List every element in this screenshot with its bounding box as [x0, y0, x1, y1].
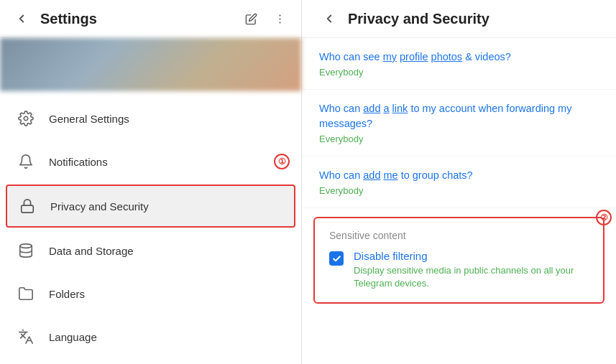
privacy-value-photos: Everybody [319, 67, 599, 78]
privacy-value-link: Everybody [319, 134, 599, 144]
sensitive-badge: ② [596, 210, 612, 225]
left-header: Settings [0, 0, 301, 38]
svg-point-1 [279, 18, 280, 19]
privacy-question-photos: Who can see my profile photos & videos? [319, 50, 599, 64]
sidebar-item-privacy[interactable]: Privacy and Security [6, 185, 295, 228]
right-panel: Privacy and Security Who can see my prof… [302, 0, 616, 364]
privacy-value-groups: Everybody [319, 185, 599, 196]
svg-rect-4 [22, 205, 34, 213]
sidebar-item-language[interactable]: Language [0, 315, 301, 358]
sensitive-text: Disable filtering Display sensitive medi… [354, 250, 589, 290]
more-icon[interactable] [270, 9, 290, 29]
lock-icon [16, 195, 39, 218]
sidebar-item-folders[interactable]: Folders [0, 272, 301, 315]
privacy-item-link[interactable]: Who can add a link to my account when fo… [302, 90, 616, 157]
sidebar-item-general[interactable]: General Settings [0, 97, 301, 140]
notifications-badge: ① [274, 154, 290, 169]
sidebar-item-notifications[interactable]: Notifications ① [0, 140, 301, 183]
right-content: Who can see my profile photos & videos? … [302, 38, 616, 364]
right-back-button[interactable] [319, 9, 339, 29]
notifications-label: Notifications [49, 156, 287, 168]
svg-point-3 [24, 116, 28, 121]
translate-icon [14, 325, 37, 348]
header-left: Settings [12, 9, 97, 29]
settings-title: Settings [40, 11, 97, 27]
sensitive-title: Sensitive content [329, 230, 589, 241]
right-header: Privacy and Security [302, 0, 616, 38]
general-settings-label: General Settings [49, 113, 287, 125]
privacy-item-photos[interactable]: Who can see my profile photos & videos? … [302, 38, 616, 90]
privacy-question-groups: Who can add me to group chats? [319, 168, 599, 182]
language-label: Language [49, 331, 287, 343]
disable-filtering-checkbox[interactable] [329, 251, 344, 266]
right-panel-title: Privacy and Security [348, 11, 489, 27]
privacy-question-link: Who can add a link to my account when fo… [319, 101, 599, 131]
disable-filtering-label: Disable filtering [354, 250, 589, 262]
svg-point-5 [20, 244, 32, 248]
sidebar-item-data[interactable]: Data and Storage [0, 229, 301, 272]
menu-list: General Settings Notifications ① Privacy… [0, 91, 301, 364]
left-panel: Settings [0, 0, 302, 364]
bell-icon [14, 150, 37, 173]
gear-icon [14, 107, 37, 130]
svg-point-2 [279, 22, 280, 23]
sensitive-row: Disable filtering Display sensitive medi… [329, 250, 589, 290]
disable-filtering-desc: Display sensitive media in public channe… [354, 264, 589, 290]
profile-banner [0, 38, 301, 91]
back-button[interactable] [12, 9, 32, 29]
privacy-label: Privacy and Security [50, 200, 285, 213]
edit-icon[interactable] [241, 9, 261, 29]
privacy-item-groups[interactable]: Who can add me to group chats? Everybody [302, 157, 616, 208]
data-storage-label: Data and Storage [49, 245, 287, 257]
folders-label: Folders [49, 288, 287, 300]
folder-icon [14, 282, 37, 305]
header-icons [241, 9, 290, 29]
database-icon [14, 239, 37, 262]
svg-point-0 [279, 14, 280, 16]
sensitive-content-box: ② Sensitive content Disable filtering Di… [313, 217, 604, 303]
